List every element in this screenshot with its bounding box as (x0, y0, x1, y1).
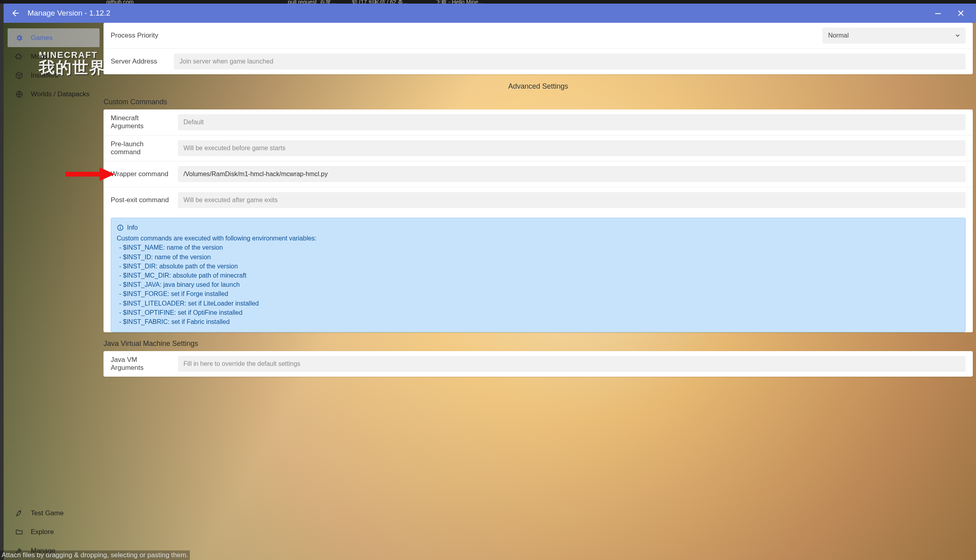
minecraft-arguments-label: Minecraft Arguments (111, 114, 171, 130)
info-box: Info Custom commands are executed with f… (111, 218, 966, 332)
info-line: - $INST_MC_DIR: absolute path of minecra… (117, 271, 960, 280)
info-title: Info (127, 223, 138, 232)
puzzle-icon (15, 53, 24, 61)
sidebar-item-test-game[interactable]: Test Game (4, 504, 104, 522)
wrench-icon (15, 547, 24, 555)
process-priority-value: Normal (828, 32, 849, 39)
sidebar-item-label: Games (31, 34, 53, 42)
chevron-down-icon (955, 33, 960, 38)
server-address-input[interactable] (174, 54, 966, 70)
info-line: - $INST_FABRIC: set if Fabric installed (117, 317, 960, 326)
folder-icon (15, 528, 24, 536)
svg-rect-4 (120, 226, 121, 226)
jvm-args-input[interactable] (178, 356, 966, 372)
custom-commands-heading: Custom Commands (104, 98, 973, 106)
postexit-command-input[interactable] (178, 192, 966, 208)
rocket-icon (15, 509, 24, 517)
wrapper-command-label: Wrapper command (111, 170, 171, 178)
sidebar-item-manage[interactable]: Manage (4, 541, 104, 560)
info-line: - $INST_OPTIFINE: set if OptiFine instal… (117, 308, 960, 317)
postexit-command-label: Post-exit command (111, 196, 171, 204)
minecraft-arguments-input[interactable] (178, 114, 966, 130)
sidebar-item-label: Explore (31, 528, 54, 536)
sidebar: Games Mods Installers (4, 23, 104, 560)
sidebar-item-label: Test Game (31, 509, 64, 517)
custom-commands-card: Minecraft Arguments Pre-launch command W… (104, 109, 973, 332)
minecraft-arguments-row: Minecraft Arguments (104, 109, 973, 135)
titlebar: Manage Version - 1.12.2 (4, 4, 976, 23)
prelaunch-command-input[interactable] (178, 140, 966, 156)
info-line: - $INST_LITELOADER: set if LiteLoader in… (117, 299, 960, 308)
prelaunch-command-row: Pre-launch command (104, 135, 973, 161)
wrapper-command-row: Wrapper command (104, 161, 973, 187)
server-address-row: Server Address (104, 48, 973, 74)
server-address-label: Server Address (111, 58, 167, 66)
sidebar-item-label: Manage (31, 547, 55, 555)
svg-rect-0 (935, 13, 941, 14)
sidebar-item-worlds[interactable]: Worlds / Datapacks (4, 85, 104, 103)
main-content[interactable]: Process Priority Normal Server Address A… (104, 23, 976, 560)
sidebar-item-mods[interactable]: Mods (4, 47, 104, 66)
info-intro: Custom commands are executed with follow… (117, 234, 960, 243)
back-button[interactable] (11, 8, 20, 18)
info-line: - $INST_FORGE: set if Forge installed (117, 289, 960, 298)
wrapper-command-input[interactable] (178, 166, 966, 182)
jvm-args-row: Java VM Arguments (104, 351, 973, 377)
sidebar-item-label: Mods (31, 53, 48, 61)
gear-icon (15, 34, 24, 42)
postexit-command-row: Post-exit command (104, 187, 973, 213)
info-line: - $INST_JAVA: java binary used for launc… (117, 280, 960, 289)
svg-rect-3 (120, 227, 121, 229)
process-priority-label: Process Priority (111, 32, 167, 40)
globe-icon (15, 90, 24, 98)
info-line: - $INST_NAME: name of the version (117, 243, 960, 252)
sidebar-item-games[interactable]: Games (8, 28, 100, 47)
sidebar-item-explore[interactable]: Explore (4, 522, 104, 541)
sidebar-item-installers[interactable]: Installers (4, 66, 104, 85)
general-settings-card: Process Priority Normal Server Address (104, 23, 973, 74)
process-priority-select[interactable]: Normal (823, 28, 966, 44)
minimize-button[interactable] (930, 8, 946, 18)
info-line: - $INST_DIR: absolute path of the versio… (117, 262, 960, 271)
info-line: - $INST_ID: name of the version (117, 252, 960, 262)
sidebar-item-label: Installers (31, 71, 58, 79)
minimize-icon (934, 10, 942, 17)
cube-icon (15, 71, 24, 79)
info-icon (117, 224, 124, 231)
jvm-args-label: Java VM Arguments (111, 356, 171, 372)
close-icon (957, 9, 965, 17)
close-button[interactable] (953, 8, 969, 19)
process-priority-row: Process Priority Normal (104, 23, 973, 48)
advanced-settings-heading: Advanced Settings (104, 82, 973, 91)
page-title: Manage Version - 1.12.2 (28, 9, 110, 18)
arrow-left-icon (11, 8, 20, 18)
prelaunch-command-label: Pre-launch command (111, 140, 171, 156)
jvm-settings-heading: Java Virtual Machine Settings (104, 340, 973, 348)
sidebar-item-label: Worlds / Datapacks (31, 90, 90, 98)
jvm-settings-card: Java VM Arguments (104, 351, 973, 377)
